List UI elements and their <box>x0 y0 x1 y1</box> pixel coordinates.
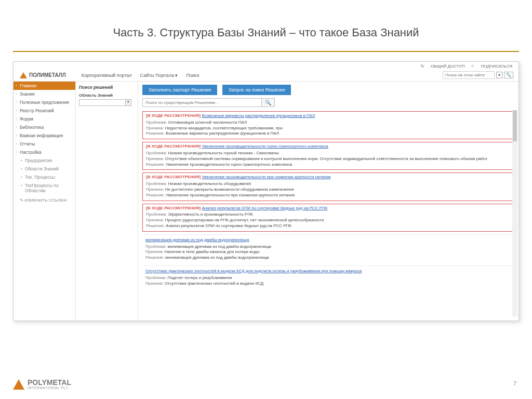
filter-panel: Поиск решений Область Знаний ▾ <box>76 82 138 320</box>
sidebar-item-proposals[interactable]: Полезные предложения <box>14 98 75 107</box>
solution-search-button[interactable]: 🔍 <box>262 98 275 107</box>
result-title-link[interactable]: Отсутствие фактических плотностей в моде… <box>145 269 362 273</box>
result-card: [В ХОДЕ РАССМОТРЕНИЯ] Увеличение произво… <box>142 142 513 170</box>
sidebar-item-reports[interactable]: Отчеты <box>14 140 75 148</box>
status-badge: [В ХОДЕ РАССМОТРЕНИЯ] <box>146 206 201 210</box>
footer-logo: POLYMETAL INTERNATIONAL PLC <box>13 379 71 390</box>
result-card: [В ХОДЕ РАССМОТРЕНИЯ] Увеличение произво… <box>142 172 513 201</box>
cause-text: Не достаточно раскрыты возможности обору… <box>165 187 294 192</box>
filter-area-dropdown[interactable]: ▾ <box>126 99 131 106</box>
filter-header: Поиск решений <box>79 85 135 90</box>
solution-search-input[interactable] <box>142 98 262 107</box>
result-title-link[interactable]: минимизация дренажа из под дамбы водохра… <box>145 237 249 242</box>
page-number: 7 <box>513 380 516 387</box>
scrollbar-thumb[interactable] <box>513 110 517 141</box>
result-card: [В ХОДЕ РАССМОТРЕНИЯ] Возможные варианты… <box>142 111 513 139</box>
sidebar-item-knowledge[interactable]: Знания <box>14 90 75 98</box>
solution-label: Решение: <box>145 255 164 260</box>
cause-text: Недостаток кандидатов, соответствующих т… <box>165 126 283 130</box>
scrollbar[interactable] <box>512 110 517 316</box>
cause-label: Причина: <box>146 187 164 192</box>
cause-label: Причина: <box>145 249 163 254</box>
cause-label: Причина: <box>145 281 163 286</box>
problem-text: Оптимизация штатной численности ПАЛ <box>168 120 247 125</box>
result-card: минимизация дренажа из под дамбы водохра… <box>142 234 513 263</box>
fill-passport-button[interactable]: Заполнить паспорт Решения <box>142 85 217 95</box>
solution-label: Решение: <box>146 193 165 197</box>
solution-label: Решение: <box>146 131 165 136</box>
sidebar-item-library[interactable]: Библиотека <box>14 123 75 131</box>
share-link[interactable]: ОБЩИЙ ДОСТУП <box>431 64 465 69</box>
cause-label: Причина: <box>146 156 164 161</box>
nav-sites[interactable]: Сайты Портала ▾ <box>140 73 178 78</box>
subscribe-link[interactable]: ПОДПИСАТЬСЯ <box>481 64 512 69</box>
problem-text: Низкая производительность оборудования <box>168 181 251 186</box>
cause-text: Отсутствие объективной системы нормирова… <box>165 156 488 161</box>
slide-title: Часть 3. Структура Базы Знаний – что так… <box>0 0 532 51</box>
request-search-button[interactable]: Запрос на поиск Решения <box>222 85 291 95</box>
problem-text: Эффективность и производительность РПК <box>168 212 252 217</box>
problem-label: Проблема: <box>146 120 167 125</box>
main-content: Заполнить паспорт Решения Запрос на поис… <box>138 82 518 320</box>
solution-text: Увеличение производительности горно-тран… <box>166 162 292 167</box>
sidebar-item-registry[interactable]: Реестр Решений <box>14 107 75 115</box>
sidebar-sub-enterprises[interactable]: Предприятия <box>14 156 75 165</box>
solution-text: Увеличение производительности при снижен… <box>166 193 295 197</box>
site-search-dropdown[interactable]: ▾ <box>496 72 502 78</box>
site-search-button[interactable]: 🔍 <box>504 72 513 78</box>
nav-corporate[interactable]: Корпоративный портал <box>82 73 132 78</box>
status-badge: [В ХОДЕ РАССМОТРЕНИЯ] <box>146 175 201 179</box>
problem-label: Проблема: <box>145 244 166 249</box>
footer-logo-icon <box>13 379 24 390</box>
result-card: Отсутствие фактических плотностей в моде… <box>142 265 513 288</box>
footer-brand: POLYMETAL <box>28 379 71 386</box>
solution-text: Возможные варианты распределения функцио… <box>166 131 279 136</box>
footer-sub: INTERNATIONAL PLC <box>28 386 71 390</box>
solution-search: 🔍 <box>142 98 513 107</box>
problem-label: Проблема: <box>146 181 167 186</box>
solution-label: Решение: <box>146 223 165 228</box>
cause-label: Причина: <box>146 218 164 222</box>
sidebar-sub-tech[interactable]: Тех. Процессы <box>14 173 75 181</box>
site-search-input[interactable] <box>443 71 495 79</box>
logo-icon <box>20 72 27 78</box>
star-icon[interactable]: ☆ <box>471 64 474 69</box>
status-badge: [В ХОДЕ РАССМОТРЕНИЯ] <box>146 113 201 118</box>
button-row: Заполнить паспорт Решения Запрос на поис… <box>142 85 513 95</box>
filter-label: Область Знаний <box>79 93 135 98</box>
result-title-link[interactable]: Увеличение производительности при снижен… <box>202 175 330 179</box>
result-title-link[interactable]: Увеличение производительности горно-тран… <box>202 144 328 149</box>
problem-text: минимизация дренажа из под дамбы водохра… <box>167 244 271 249</box>
body: Главная Знания Полезные предложения Реес… <box>14 82 518 320</box>
status-badge: [В ХОДЕ РАССМОТРЕНИЯ] <box>146 144 201 149</box>
sidebar-item-main[interactable]: Главная <box>14 82 75 90</box>
logo[interactable]: ПОЛИМЕТАЛЛ <box>20 72 66 78</box>
sidebar-item-settings[interactable]: Настройка <box>14 148 75 156</box>
result-title-link[interactable]: Возможные варианты распределения функцио… <box>202 113 315 118</box>
app-window: ↻ ОБЩИЙ ДОСТУП ☆ ПОДПИСАТЬСЯ ПОЛИМЕТАЛЛ … <box>13 61 519 321</box>
sidebar-sub-areas[interactable]: Области Знаний <box>14 165 75 173</box>
problem-text: Подсчет потерь и разубоживания <box>167 275 232 280</box>
sidebar-item-forum[interactable]: Форум <box>14 115 75 123</box>
cause-text: Процесс рудосортировки на РПК достигнут,… <box>165 218 324 222</box>
refresh-icon[interactable]: ↻ <box>421 64 424 69</box>
problem-text: Низкая производительность горной техники… <box>168 151 278 155</box>
filter-area-input[interactable] <box>79 99 126 106</box>
sidebar-edit-links[interactable]: ✎ ИЗМЕНИТЬ ССЫЛКИ <box>14 195 75 204</box>
divider <box>13 51 519 52</box>
cause-label: Причина: <box>146 126 164 130</box>
top-nav: Корпоративный портал Сайты Портала ▾ Пои… <box>82 73 200 78</box>
sidebar-item-important[interactable]: Важная информация <box>14 131 75 140</box>
solution-label: Решение: <box>146 162 165 167</box>
sidebar-sub-techbyarea[interactable]: ТехПроцессы по Областям <box>14 181 75 195</box>
logo-text: ПОЛИМЕТАЛЛ <box>29 72 66 78</box>
problem-label: Проблема: <box>145 275 166 280</box>
result-title-link[interactable]: Анализ результатов ОПИ по сортировке бед… <box>202 206 327 210</box>
solution-text: Анализ результатов ОПИ по сортировке бед… <box>166 223 291 228</box>
result-card: [В ХОДЕ РАССМОТРЕНИЯ] Анализ результатов… <box>142 204 513 232</box>
cause-text: Наличие в теле дамбы каналов для потери … <box>165 249 260 254</box>
utility-bar: ↻ ОБЩИЙ ДОСТУП ☆ ПОДПИСАТЬСЯ <box>421 64 512 69</box>
nav-search[interactable]: Поиск <box>186 73 199 78</box>
problem-label: Проблема: <box>146 212 167 217</box>
solution-text: минимизация дренажа из под дамбы водохра… <box>165 255 269 260</box>
